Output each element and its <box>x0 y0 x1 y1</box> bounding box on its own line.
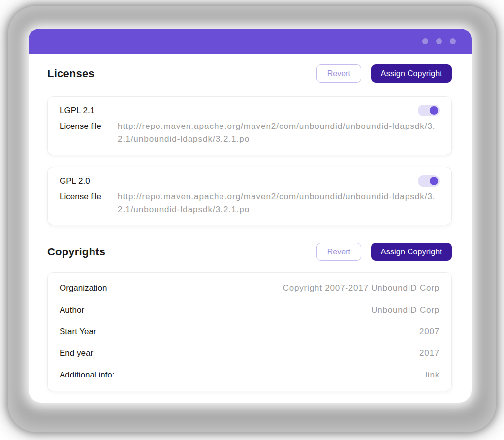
window-dot-icon <box>436 38 442 44</box>
licenses-title: Licenses <box>47 67 94 80</box>
toggle-knob <box>430 106 438 115</box>
copyrights-revert-button[interactable]: Revert <box>316 243 361 261</box>
licenses-assign-copyright-button[interactable]: Assign Copyright <box>371 64 452 83</box>
copyright-details-card: Organization Copyright 2007-2017 Unbound… <box>47 272 452 391</box>
field-label: Organization <box>60 283 107 293</box>
license-card-lgpl: LGPL 2.1 License file http://repo.maven.… <box>47 96 452 155</box>
field-value: UnboundID Corp <box>371 305 440 315</box>
copyrights-section-header: Copyrights Revert Assign Copyright <box>47 243 452 261</box>
copyrights-title: Copyrights <box>47 246 105 258</box>
toggle-knob <box>430 177 438 185</box>
field-label: Start Year <box>60 327 96 337</box>
copyright-row-end-year: End year 2017 <box>60 343 440 364</box>
license-file-url: http://repo.maven.apache.org/maven2/com/… <box>118 120 440 146</box>
app-window: Licenses Revert Assign Copyright LGPL 2.… <box>29 29 472 403</box>
license-name: GPL 2.0 <box>60 176 90 186</box>
additional-info-link[interactable]: link <box>425 370 440 380</box>
window-dot-icon <box>450 38 456 44</box>
copyright-row-organization: Organization Copyright 2007-2017 Unbound… <box>60 278 440 299</box>
license-file-row: License file http://repo.maven.apache.or… <box>60 190 440 216</box>
license-file-row: License file http://repo.maven.apache.or… <box>60 120 440 146</box>
page: Licenses Revert Assign Copyright LGPL 2.… <box>0 0 504 440</box>
field-value: Copyright 2007-2017 UnboundID Corp <box>283 283 440 293</box>
window-titlebar <box>29 29 472 54</box>
license-toggle[interactable] <box>418 105 440 116</box>
license-file-label: License file <box>60 120 118 146</box>
copyright-row-start-year: Start Year 2007 <box>60 321 440 343</box>
license-toggle[interactable] <box>418 175 440 187</box>
window-content: Licenses Revert Assign Copyright LGPL 2.… <box>29 64 472 391</box>
copyright-row-additional-info: Additional info: link <box>60 364 440 386</box>
license-name: LGPL 2.1 <box>60 106 94 116</box>
license-card-top-row: GPL 2.0 <box>60 175 440 187</box>
licenses-section-header: Licenses Revert Assign Copyright <box>47 64 452 83</box>
copyright-row-author: Author UnboundID Corp <box>60 299 440 321</box>
field-label: Additional info: <box>60 370 115 380</box>
field-label: Author <box>60 305 84 315</box>
field-value: 2017 <box>419 348 440 358</box>
license-file-url: http://repo.maven.apache.org/maven2/com/… <box>118 190 440 216</box>
copyrights-assign-copyright-button[interactable]: Assign Copyright <box>371 243 452 261</box>
license-card-top-row: LGPL 2.1 <box>60 105 440 116</box>
field-label: End year <box>60 348 93 358</box>
window-dot-icon <box>422 38 428 44</box>
license-card-gpl: GPL 2.0 License file http://repo.maven.a… <box>47 167 452 225</box>
license-file-label: License file <box>60 190 118 216</box>
licenses-revert-button[interactable]: Revert <box>316 64 361 83</box>
field-value: 2007 <box>419 327 440 337</box>
